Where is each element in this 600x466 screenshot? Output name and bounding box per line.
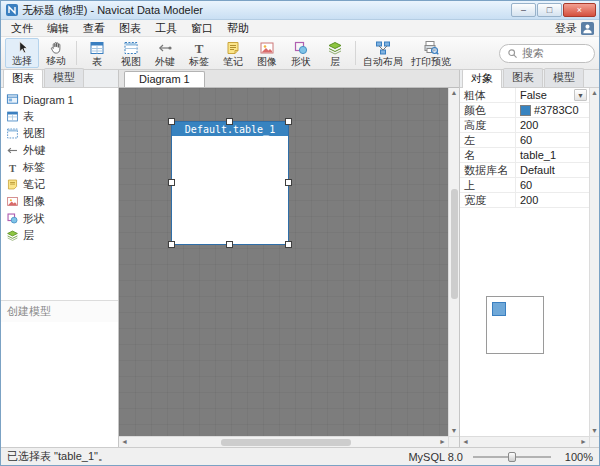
dropdown-icon[interactable]: ▼ bbox=[574, 89, 587, 101]
scrollbar-thumb[interactable] bbox=[221, 439, 351, 446]
sidebar-tree: Diagram 1 表 视图 外键 T 标签 bbox=[1, 88, 118, 244]
resize-handle-sw[interactable] bbox=[168, 241, 175, 248]
statusbar: 已选择表 "table_1"。 MySQL 8.0 100% bbox=[1, 447, 599, 465]
property-value-width[interactable]: 200 bbox=[516, 193, 589, 207]
diagram-preview[interactable] bbox=[486, 296, 544, 354]
properties-content: 粗体 False ▼ 颜色 #3783C0 高 bbox=[460, 88, 589, 436]
main-content: 图表 模型 Diagram 1 表 视图 外键 bbox=[1, 70, 599, 447]
properties-horizontal-scrollbar[interactable]: ◄ ► bbox=[460, 436, 589, 447]
toolbar-button-foreign-key[interactable]: 外键 bbox=[148, 38, 182, 68]
zoom-slider[interactable] bbox=[473, 450, 551, 464]
scrollbar-thumb[interactable] bbox=[451, 189, 458, 299]
hand-icon bbox=[49, 40, 64, 55]
layer-icon bbox=[327, 40, 343, 56]
scroll-up-icon[interactable]: ▲ bbox=[591, 89, 598, 97]
view-icon bbox=[123, 40, 139, 56]
toolbar-button-view[interactable]: 视图 bbox=[114, 38, 148, 68]
property-value-height[interactable]: 200 bbox=[516, 118, 589, 132]
scroll-left-icon[interactable]: ◄ bbox=[121, 438, 128, 446]
properties-vertical-scrollbar[interactable]: ▲ ▼ bbox=[589, 88, 599, 436]
sidebar-item-views[interactable]: 视图 bbox=[1, 125, 118, 142]
sidebar: 图表 模型 Diagram 1 表 视图 外键 bbox=[1, 70, 119, 447]
properties-tab-model[interactable]: 模型 bbox=[544, 68, 584, 87]
resize-handle-e[interactable] bbox=[285, 179, 292, 186]
sidebar-item-shapes[interactable]: 形状 bbox=[1, 210, 118, 227]
resize-handle-w[interactable] bbox=[168, 179, 175, 186]
canvas-vertical-scrollbar[interactable]: ▲ ▼ bbox=[448, 88, 459, 436]
properties-tab-diagram[interactable]: 图表 bbox=[503, 68, 543, 87]
sidebar-tab-models[interactable]: 模型 bbox=[44, 68, 84, 87]
toolbar-button-print-preview[interactable]: 打印预览 bbox=[407, 38, 455, 68]
property-value-color[interactable]: #3783C0 bbox=[534, 104, 579, 116]
print-preview-icon bbox=[423, 40, 439, 56]
toolbar-button-move[interactable]: 移动 bbox=[39, 38, 73, 68]
table-object[interactable]: Default.table_1 bbox=[171, 121, 289, 245]
resize-handle-ne[interactable] bbox=[285, 118, 292, 125]
sidebar-empty-area bbox=[1, 322, 118, 447]
image-icon bbox=[259, 40, 275, 56]
menu-item-tools[interactable]: 工具 bbox=[148, 20, 184, 37]
canvas-tab-diagram-1[interactable]: Diagram 1 bbox=[124, 71, 205, 87]
toolbar-button-shape[interactable]: 形状 bbox=[284, 38, 318, 68]
resize-handle-n[interactable] bbox=[226, 118, 233, 125]
toolbar-button-image[interactable]: 图像 bbox=[250, 38, 284, 68]
sidebar-item-foreign-keys[interactable]: 外键 bbox=[1, 142, 118, 159]
scroll-down-icon[interactable]: ▼ bbox=[451, 427, 458, 435]
scroll-right-icon[interactable]: ► bbox=[580, 438, 587, 446]
search-input[interactable] bbox=[522, 47, 588, 59]
menu-item-view[interactable]: 查看 bbox=[76, 20, 112, 37]
canvas-horizontal-scrollbar[interactable]: ◄ ► bbox=[119, 436, 448, 447]
sidebar-item-tables[interactable]: 表 bbox=[1, 108, 118, 125]
scroll-left-icon[interactable]: ◄ bbox=[462, 438, 469, 446]
menu-item-help[interactable]: 帮助 bbox=[220, 20, 256, 37]
menu-item-file[interactable]: 文件 bbox=[4, 20, 40, 37]
sidebar-tab-diagrams[interactable]: 图表 bbox=[3, 69, 43, 88]
sidebar-item-notes[interactable]: 笔记 bbox=[1, 176, 118, 193]
minimize-button[interactable]: – bbox=[511, 3, 536, 17]
resize-handle-se[interactable] bbox=[285, 241, 292, 248]
toolbar-button-table[interactable]: 表 bbox=[80, 38, 114, 68]
toolbar-button-select[interactable]: 选择 bbox=[5, 38, 39, 68]
menu-item-window[interactable]: 窗口 bbox=[184, 20, 220, 37]
sidebar-item-labels[interactable]: T 标签 bbox=[1, 159, 118, 176]
menu-item-diagram[interactable]: 图表 bbox=[112, 20, 148, 37]
sidebar-item-layers[interactable]: 层 bbox=[1, 227, 118, 244]
menubar: 文件 编辑 查看 图表 工具 窗口 帮助 登录 bbox=[1, 20, 599, 37]
view-icon bbox=[6, 127, 19, 140]
shape-icon bbox=[293, 40, 309, 56]
menu-item-edit[interactable]: 编辑 bbox=[40, 20, 76, 37]
toolbar-button-note[interactable]: 笔记 bbox=[216, 38, 250, 68]
canvas-wrap: Default.table_1 ▲ ▼ bbox=[119, 88, 459, 447]
toolbar-button-label[interactable]: T 标签 bbox=[182, 38, 216, 68]
foreign-key-icon bbox=[157, 40, 173, 56]
scrollbar-corner bbox=[448, 436, 459, 447]
diagram-icon bbox=[6, 93, 19, 106]
close-button[interactable]: × bbox=[563, 3, 596, 17]
color-swatch[interactable] bbox=[520, 105, 531, 116]
create-model-section[interactable]: 创建模型 bbox=[1, 300, 118, 322]
maximize-button[interactable]: □ bbox=[537, 3, 562, 17]
property-value-top[interactable]: 60 bbox=[516, 178, 589, 192]
property-value-name[interactable]: table_1 bbox=[516, 148, 589, 162]
toolbar-button-layer[interactable]: 层 bbox=[318, 38, 352, 68]
svg-text:T: T bbox=[195, 40, 204, 55]
sidebar-item-diagram-1[interactable]: Diagram 1 bbox=[1, 91, 118, 108]
sidebar-item-images[interactable]: 图像 bbox=[1, 193, 118, 210]
user-icon[interactable] bbox=[581, 22, 594, 35]
toolbar-spacer bbox=[455, 38, 499, 68]
scroll-down-icon[interactable]: ▼ bbox=[591, 427, 598, 435]
search-box[interactable] bbox=[499, 44, 595, 63]
login-link[interactable]: 登录 bbox=[555, 21, 577, 36]
property-value-left[interactable]: 60 bbox=[516, 133, 589, 147]
toolbar-button-auto-layout[interactable]: 自动布局 bbox=[359, 38, 407, 68]
zoom-slider-thumb[interactable] bbox=[508, 452, 516, 462]
scroll-up-icon[interactable]: ▲ bbox=[451, 89, 458, 97]
resize-handle-nw[interactable] bbox=[168, 118, 175, 125]
property-value-database-name[interactable]: Default bbox=[516, 163, 589, 177]
diagram-canvas[interactable]: Default.table_1 bbox=[119, 88, 448, 436]
scroll-right-icon[interactable]: ► bbox=[439, 438, 446, 446]
properties-tab-object[interactable]: 对象 bbox=[462, 69, 502, 88]
property-value-bold[interactable]: False bbox=[520, 89, 547, 101]
resize-handle-s[interactable] bbox=[226, 241, 233, 248]
property-row-width: 宽度 200 bbox=[460, 193, 589, 208]
